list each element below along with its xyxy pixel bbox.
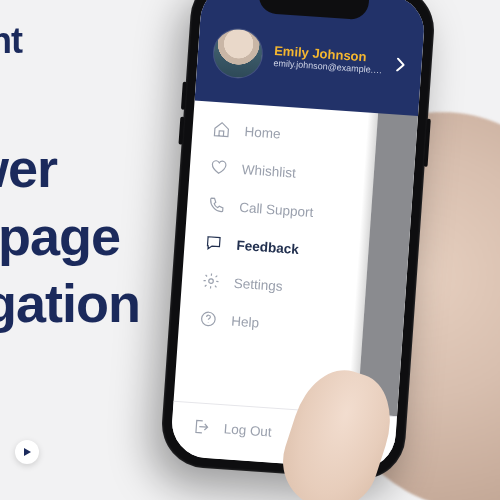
nav-item-label: Settings [233, 275, 283, 293]
nav-item-label: Call Support [239, 199, 314, 219]
phone-icon [207, 196, 226, 215]
svg-point-2 [208, 322, 209, 323]
hero-line-3: navigation [0, 270, 140, 338]
device-mockup: Emily Johnson emily.johnson@example.com … [170, 0, 500, 500]
play-demo-button[interactable] [15, 440, 39, 464]
chevron-right-icon [395, 57, 406, 72]
avatar[interactable] [212, 28, 263, 79]
nav-item-label: Feedback [236, 237, 299, 256]
nav-item-label: Home [244, 124, 281, 141]
chat-icon [204, 234, 223, 253]
phone-screen: Emily Johnson emily.johnson@example.com … [170, 0, 427, 471]
nav-item-label: Whishlist [241, 161, 296, 180]
hero-title: Drawer with page navigation [0, 135, 140, 338]
hero-line-1: Drawer [0, 135, 140, 203]
help-icon [199, 309, 218, 328]
hero-line-2: with page [0, 203, 140, 271]
heart-icon [209, 158, 228, 177]
home-icon [212, 120, 231, 139]
brand-logo-fragment: nt [0, 20, 22, 62]
play-icon [22, 447, 32, 457]
drawer-header[interactable]: Emily Johnson emily.johnson@example.com [195, 0, 427, 116]
logout-label: Log Out [223, 421, 272, 439]
volume-down-button [178, 117, 184, 145]
profile-chevron[interactable] [395, 57, 406, 72]
user-info: Emily Johnson emily.johnson@example.com [273, 43, 385, 77]
logout-icon [191, 417, 210, 436]
svg-point-0 [209, 279, 214, 284]
nav-item-label: Help [231, 313, 260, 330]
gear-icon [201, 271, 220, 290]
volume-up-button [181, 82, 187, 110]
